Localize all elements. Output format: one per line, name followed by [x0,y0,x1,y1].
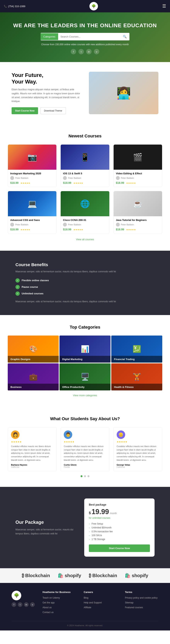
feature-2: Unlimited $0/month [89,526,150,529]
intro-buttons: Start Course Now Download Theme [12,107,81,114]
feature-4: 100 SKUs [89,534,150,537]
social-facebook[interactable]: f [71,49,76,54]
footer-link-affiliate[interactable]: Affiliate [84,606,91,609]
footer-col-3: Terms Privacy policy and cookie policy S… [125,591,158,615]
menu-button[interactable]: ☰ [162,4,166,9]
course-card-6[interactable]: ☕ Java Tutorial for Beginers Peter Baldw… [114,191,162,234]
partner-blockchain-2: ₿ Blockchain [89,573,117,578]
view-more-link[interactable]: View more categories [73,394,97,397]
category-item-2[interactable]: 📊 Digital Marketing [60,336,110,362]
header-phone: 📞 (754) 310-1089 [4,5,25,8]
top-categories-title: Top Categories [8,325,162,330]
hero-title: WE ARE THE LEADERS IN THE ONLINE EDUCATI… [4,22,166,29]
category-item-1[interactable]: 🎨 Graphic Designs [8,336,59,362]
testimonial-author-3: George Velas [117,464,159,466]
testimonial-avatar-1: 👩 [11,430,20,439]
benefit-item-1: ✓ Flexible online classes [16,278,154,282]
testimonial-text-1: Curabitur efficitur mauris nec libero di… [11,445,53,462]
intro-image: 👩‍💻 [89,72,158,114]
download-theme-button[interactable]: Download Theme [40,107,66,114]
testimonial-location-1: California [11,466,53,468]
course-card-5[interactable]: 🌐 Cisco CCNA 200-31 Peter Baldwin $18.99… [60,191,109,234]
package-description: Maecenas semper, odio at fermentum aucto… [16,528,76,536]
blockchain-icon-2: ₿ [89,573,91,578]
footer-col-1-title: Hoatheme for Business [42,591,76,594]
footer-link-featured[interactable]: Featured courses [125,606,143,609]
footer-social-twitter[interactable]: t [18,602,22,607]
newest-courses-title: Newest Courses [8,134,162,138]
benefit-label-3: Unlimited courses [22,292,44,295]
dot-2[interactable] [84,475,86,477]
footer-link-blog[interactable]: Blog [84,596,88,599]
testimonials-section: What Our Students Say About Us? 👩 ★★★★★ … [0,407,170,487]
footer-link-teach[interactable]: Teach on Udemy [42,596,60,599]
categories-button[interactable]: Categories [40,33,58,40]
testimonial-author-1: Barbara Haynes [11,464,53,466]
author-avatar-1 [10,176,14,180]
category-item-5[interactable]: 🖥️ Office Productivity [60,363,110,390]
footer-col-3-title: Terms [125,591,158,594]
course-info-4: Advanced CSS and Sass Peter Baldwin $18.… [8,216,56,234]
footer-link-help[interactable]: Help and Support [84,601,102,604]
course-price-5: $18.99 [63,228,71,231]
social-twitter[interactable]: t [78,49,84,54]
author-avatar-2 [63,176,67,180]
course-price-4: $18.99 [10,228,18,231]
footer-link-about[interactable]: About us [42,606,52,609]
testimonial-3: 👴 ★★★★★ Curabitur efficitur mauris nec l… [114,427,162,472]
dot-1[interactable] [80,475,82,477]
footer-link-sitemap[interactable]: Sitemap [125,601,134,604]
footer-bottom: © 2024 Hoatheme. All rights reserved. [12,621,158,626]
benefit-check-1: ✓ [16,278,20,282]
category-label-3: Financial Trading [111,356,162,362]
footer-social-facebook[interactable]: f [12,602,16,607]
social-vimeo[interactable]: v [94,49,99,54]
course-info-3: Video Editing & Effect Peter Baldwin $18… [114,170,162,187]
course-card-1[interactable]: 📷 Instagram Marketing 2020 Peter Baldwin… [8,144,56,187]
course-title-4: Advanced CSS and Sass [10,218,54,222]
author-avatar-6 [116,223,120,226]
footer-link-privacy[interactable]: Privacy policy and cookie policy [125,596,158,599]
footer: 🌳 f t in v Hoatheme for Business Teach o… [0,583,170,630]
benefits-footer: Maecenas semper, odio at fermentum aucto… [16,300,154,304]
intro-text: Your Future, Your Way. Etiam faucibus ma… [12,72,81,114]
course-card-4[interactable]: 💻 Advanced CSS and Sass Peter Baldwin $1… [8,191,56,234]
start-course-button[interactable]: Start Course Now [12,107,38,114]
view-all-courses: View all courses [8,238,162,241]
footer-link-app[interactable]: Get the app [42,601,55,604]
footer-logo: 🌳 [12,591,21,600]
price-period: /month [110,512,117,515]
package-features: Free Setup Unlimited $0/month 0.5% trans… [89,522,150,540]
hero-section: WE ARE THE LEADERS IN THE ONLINE EDUCATI… [0,12,170,62]
testimonials-title: What Our Students Say About Us? [8,416,162,421]
footer-social-linkedin[interactable]: in [24,602,28,607]
phone-number: (754) 310-1089 [8,5,25,8]
course-stars-5: ★★★★★ [74,228,83,231]
course-thumb-4: 💻 [8,191,56,216]
view-all-link[interactable]: View all courses [76,238,94,241]
course-thumb-3: 🎬 [114,144,162,170]
testimonial-location-3: California [117,466,159,468]
course-thumb-5: 🌐 [61,191,109,216]
category-item-6[interactable]: 🏋️ Health & Fitness [111,363,162,390]
footer-top: 🌳 f t in v Hoatheme for Business Teach o… [12,591,158,615]
hero-content: WE ARE THE LEADERS IN THE ONLINE EDUCATI… [4,22,166,54]
testimonials-grid: 👩 ★★★★★ Curabitur efficitur mauris nec l… [8,427,162,472]
footer-social-vimeo[interactable]: v [30,602,35,607]
course-price-1: $18.99 [10,181,18,184]
package-cta-button[interactable]: Start Course Now [89,544,150,552]
testimonial-stars-1: ★★★★★ [11,440,53,443]
social-linkedin[interactable]: in [86,49,92,54]
course-title-1: Instagram Marketing 2020 [10,172,54,175]
course-card-2[interactable]: 📱 iOS 13 & Swift 5 Peter Baldwin $18.99 … [60,144,109,187]
category-item-4[interactable]: 💼 Business [8,363,59,390]
dot-3[interactable] [88,475,90,477]
hero-subtitle: Choose from 150,000 online video courses… [4,43,166,46]
footer-link-contact[interactable]: Contact us [42,611,54,614]
course-card-3[interactable]: 🎬 Video Editing & Effect Peter Baldwin $… [114,144,162,187]
price-symbol: $ [89,511,91,515]
category-item-3[interactable]: 💹 Financial Trading [111,336,162,362]
search-button[interactable]: 🔍 [120,33,130,40]
search-input[interactable] [58,33,120,40]
package-title: Our Package [16,520,76,525]
